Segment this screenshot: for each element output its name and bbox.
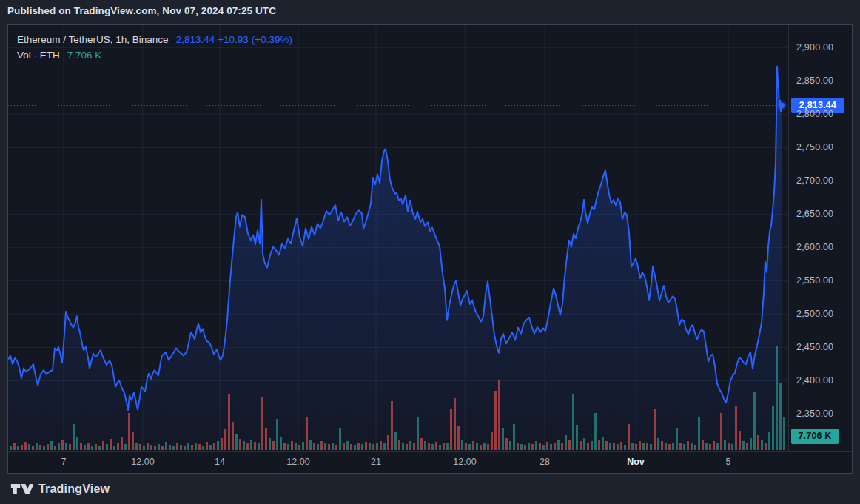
price-axis-label: 2,400.00 <box>796 375 833 386</box>
volume-badge: 7.706 K <box>791 429 839 444</box>
tradingview-logo-icon[interactable] <box>10 482 33 497</box>
published-chart-page: Published on TradingView.com, Nov 07, 20… <box>0 0 860 504</box>
symbol-title: Ethereum / TetherUS, 1h, Binance <box>17 34 169 45</box>
chart-widget: Ethereum / TetherUS, 1h, Binance2,813.44… <box>7 24 853 474</box>
time-axis-label: Nov <box>627 457 645 467</box>
price-axis-label: 2,450.00 <box>796 342 833 352</box>
publish-info: Published on TradingView.com, Nov 07, 20… <box>7 5 276 16</box>
price-axis-label: 2,900.00 <box>796 42 833 53</box>
price-axis-label: 2,500.00 <box>796 309 833 319</box>
legend-row-symbol: Ethereum / TetherUS, 1h, Binance2,813.44… <box>17 32 292 47</box>
price-axis-label: 2,700.00 <box>796 175 833 186</box>
price-change-percent: (+0.39%) <box>252 34 292 45</box>
price-axis[interactable]: 2,813.44 7.706 K 2,900.002,850.002,800.0… <box>789 25 852 451</box>
chart-pane[interactable]: Ethereum / TetherUS, 1h, Binance2,813.44… <box>8 25 789 451</box>
time-axis-label: 14 <box>215 457 225 467</box>
chart-legend: Ethereum / TetherUS, 1h, Binance2,813.44… <box>17 32 292 63</box>
legend-row-volume: Vol · ETH7.706 K <box>17 47 292 63</box>
price-axis-label: 2,650.00 <box>796 209 833 219</box>
time-axis-label: 21 <box>371 457 381 467</box>
time-axis-label: 5 <box>726 457 731 467</box>
footer-bar: TradingView <box>0 474 860 504</box>
time-axis-label: 12:00 <box>286 457 309 467</box>
time-axis-label: 7 <box>61 457 67 467</box>
price-volume-chart <box>8 25 788 451</box>
time-axis-label: 12:00 <box>453 457 476 467</box>
price-axis-label: 2,800.00 <box>796 109 833 119</box>
volume-value: 7.706 K <box>67 50 102 61</box>
tradingview-wordmark[interactable]: TradingView <box>38 483 110 496</box>
last-price-value: 2,813.44 <box>176 34 215 45</box>
price-axis-label: 2,550.00 <box>796 275 833 286</box>
price-axis-label: 2,750.00 <box>796 142 833 152</box>
price-change: +10.93 <box>218 34 249 45</box>
price-axis-label: 2,600.00 <box>796 242 833 252</box>
time-axis-label: 12:00 <box>131 457 154 467</box>
price-axis-label: 2,350.00 <box>796 409 833 419</box>
volume-label: Vol · ETH <box>17 50 60 61</box>
time-axis-label: 28 <box>540 457 550 467</box>
time-axis[interactable]: 712:001412:002112:0028Nov5 <box>8 451 852 474</box>
price-axis-label: 2,850.00 <box>796 75 833 86</box>
